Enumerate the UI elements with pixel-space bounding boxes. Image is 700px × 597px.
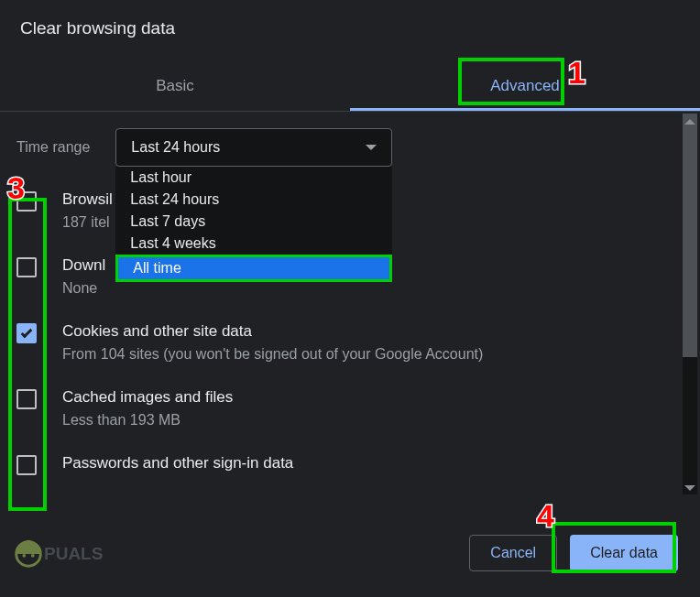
list-item: Passwords and other sign-in data [16, 454, 684, 475]
item-sub: 187 itel [62, 214, 113, 231]
dialog-footer: Cancel Clear data [0, 509, 700, 597]
option-all-time[interactable]: All time [115, 255, 392, 282]
item-title: Cookies and other site data [62, 322, 483, 341]
time-range-current[interactable]: Last 24 hours [115, 128, 392, 167]
watermark-text: PUALS [44, 544, 103, 564]
svg-point-1 [22, 554, 26, 558]
appuals-logo-icon [11, 535, 46, 570]
chevron-down-icon [366, 145, 377, 150]
time-range-select[interactable]: Last 24 hours Last hour Last 24 hours La… [115, 128, 392, 167]
scroll-down-icon[interactable] [684, 485, 695, 491]
item-sub: None [62, 280, 105, 297]
svg-point-2 [31, 554, 35, 558]
checkbox-passwords[interactable] [16, 455, 37, 475]
option-last-4-weeks[interactable]: Last 4 weeks [115, 233, 392, 255]
item-sub: Less than 193 MB [62, 412, 233, 429]
checkbox-download-history[interactable] [16, 257, 37, 277]
cancel-button[interactable]: Cancel [469, 535, 557, 571]
time-range-dropdown: Last hour Last 24 hours Last 7 days Last… [115, 167, 392, 282]
item-sub: From 104 sites (you won't be signed out … [62, 346, 483, 363]
item-title: Downl [62, 256, 105, 275]
clear-data-button[interactable]: Clear data [570, 535, 678, 571]
scrollbar-thumb[interactable] [683, 114, 697, 357]
time-range-value: Last 24 hours [131, 139, 220, 156]
option-last-hour[interactable]: Last hour [115, 167, 392, 189]
list-item: Cached images and files Less than 193 MB [16, 388, 684, 429]
tab-basic[interactable]: Basic [0, 64, 350, 111]
annotation-number-4: 4 [537, 498, 554, 534]
checkbox-cookies[interactable] [16, 323, 37, 343]
annotation-number-3: 3 [7, 170, 25, 206]
checkbox-cached[interactable] [16, 389, 37, 409]
option-last-7-days[interactable]: Last 7 days [115, 211, 392, 233]
time-range-label: Time range [16, 139, 90, 156]
item-title: Browsil [62, 190, 113, 209]
item-title: Cached images and files [62, 388, 233, 407]
item-title: Passwords and other sign-in data [62, 454, 293, 472]
tab-advanced[interactable]: Advanced [350, 64, 700, 111]
annotation-number-1: 1 [568, 55, 585, 91]
scroll-up-icon[interactable] [684, 119, 695, 125]
option-last-24-hours[interactable]: Last 24 hours [115, 189, 392, 211]
list-item: Cookies and other site data From 104 sit… [16, 322, 684, 363]
dialog-title: Clear browsing data [0, 0, 700, 64]
tab-bar: Basic Advanced [0, 64, 700, 112]
